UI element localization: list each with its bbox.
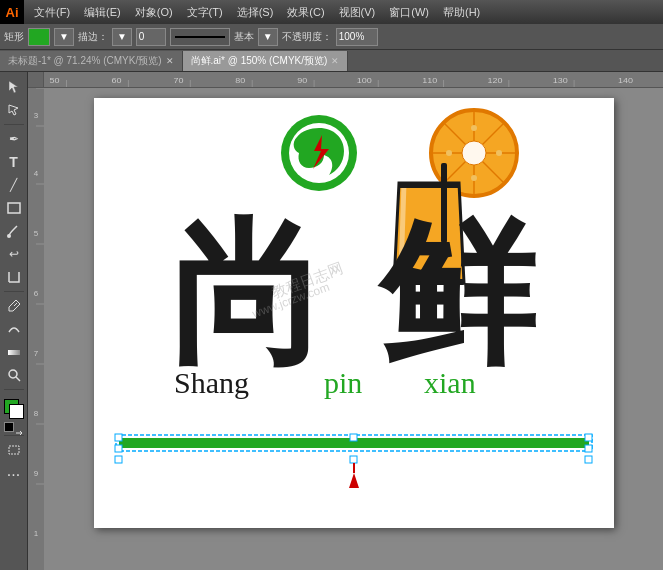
blend-tool[interactable]	[2, 318, 26, 340]
svg-point-53	[462, 141, 486, 165]
direct-selection-tool[interactable]	[2, 99, 26, 121]
svg-rect-5	[8, 350, 20, 355]
tool-separator-3	[4, 389, 24, 390]
stroke-style-dropdown[interactable]: ▼	[258, 28, 278, 46]
artboard-tool[interactable]	[2, 439, 26, 461]
scale-tool[interactable]	[2, 266, 26, 288]
svg-text:8: 8	[34, 409, 39, 418]
left-toolbar: ✒ T ╱ ↩	[0, 72, 28, 570]
svg-text:pin: pin	[324, 366, 362, 399]
stroke-style-selector[interactable]	[170, 28, 230, 46]
stroke-value-input[interactable]	[136, 28, 166, 46]
more-tools[interactable]: ···	[7, 466, 20, 484]
tab-shangxian[interactable]: 尚鲜.ai* @ 150% (CMYK/预览) ✕	[183, 51, 349, 71]
svg-point-6	[9, 370, 17, 378]
svg-line-4	[14, 303, 17, 306]
menu-bar: 文件(F) 编辑(E) 对象(O) 文字(T) 选择(S) 效果(C) 视图(V…	[24, 0, 663, 24]
swap-colors-icon[interactable]	[15, 423, 23, 431]
svg-marker-0	[9, 81, 18, 93]
menu-window[interactable]: 窗口(W)	[383, 0, 435, 24]
menu-select[interactable]: 选择(S)	[231, 0, 280, 24]
svg-text:鲜: 鲜	[377, 208, 537, 381]
menu-effect[interactable]: 效果(C)	[281, 0, 330, 24]
fill-dropdown[interactable]: ▼	[54, 28, 74, 46]
eyedropper-tool[interactable]	[2, 295, 26, 317]
svg-rect-8	[9, 446, 19, 454]
svg-rect-75	[585, 445, 592, 452]
svg-text:100: 100	[357, 75, 372, 84]
control-bar: 矩形 ▼ 描边： ▼ 基本 ▼ 不透明度：	[0, 24, 663, 50]
stroke-label: 描边：	[78, 30, 108, 44]
svg-text:130: 130	[553, 75, 568, 84]
svg-text:7: 7	[34, 349, 39, 358]
zoom-tool[interactable]	[2, 364, 26, 386]
svg-text:4: 4	[34, 169, 39, 178]
svg-text:6: 6	[34, 289, 39, 298]
tab-untitled[interactable]: 未标题-1* @ 71.24% (CMYK/预览) ✕	[0, 51, 183, 71]
menu-view[interactable]: 视图(V)	[333, 0, 382, 24]
svg-text:120: 120	[487, 75, 502, 84]
canvas-area: 3 4 5 6 7 8 9 1	[28, 88, 663, 570]
menu-edit[interactable]: 编辑(E)	[78, 0, 127, 24]
menu-object[interactable]: 对象(O)	[129, 0, 179, 24]
brush-tool[interactable]	[2, 220, 26, 242]
opacity-label: 不透明度：	[282, 30, 332, 44]
svg-text:60: 60	[112, 75, 122, 84]
tool-separator-1	[4, 124, 24, 125]
svg-text:5: 5	[34, 229, 39, 238]
pen-tool[interactable]: ✒	[2, 128, 26, 150]
svg-point-55	[471, 125, 477, 131]
svg-rect-71	[115, 434, 122, 441]
color-swatches	[2, 397, 26, 419]
ruler-vertical: 3 4 5 6 7 8 9 1	[28, 88, 44, 570]
menu-help[interactable]: 帮助(H)	[437, 0, 486, 24]
menu-file[interactable]: 文件(F)	[28, 0, 76, 24]
tab-close-shangxian[interactable]: ✕	[331, 56, 339, 66]
default-colors-icon[interactable]	[4, 422, 14, 432]
svg-rect-60	[399, 183, 459, 188]
line-tool[interactable]: ╱	[2, 174, 26, 196]
svg-text:Shang: Shang	[174, 366, 249, 399]
tab-close-untitled[interactable]: ✕	[166, 56, 174, 66]
svg-point-57	[446, 150, 452, 156]
canvas[interactable]: 尚 鲜 Shang pin xian 教程日志网 www.jcrzw.com	[94, 98, 614, 528]
opacity-input[interactable]	[336, 28, 378, 46]
rotate-tool[interactable]: ↩	[2, 243, 26, 265]
svg-rect-76	[115, 456, 122, 463]
right-side: 50 60 70 80 90 100 110 120 130	[28, 72, 663, 570]
svg-point-56	[496, 150, 502, 156]
selection-tool[interactable]	[2, 76, 26, 98]
svg-point-3	[7, 234, 11, 238]
svg-text:9: 9	[34, 469, 39, 478]
ai-logo-icon: Ai	[0, 0, 24, 24]
svg-marker-79	[349, 473, 359, 488]
menu-type[interactable]: 文字(T)	[181, 0, 229, 24]
rect-tool[interactable]	[2, 197, 26, 219]
svg-rect-29	[28, 88, 44, 570]
ruler-numbers-h: 50 60 70 80 90 100 110 120 130	[44, 72, 663, 88]
ruler-corner	[28, 72, 44, 88]
svg-rect-78	[585, 456, 592, 463]
fill-color-swatch[interactable]	[28, 28, 50, 46]
svg-rect-77	[350, 456, 357, 463]
svg-text:xian: xian	[424, 366, 476, 399]
stroke-color-indicator[interactable]	[9, 404, 24, 419]
tool-separator-4	[4, 435, 24, 436]
titlebar: Ai 文件(F) 编辑(E) 对象(O) 文字(T) 选择(S) 效果(C) 视…	[0, 0, 663, 24]
svg-text:140: 140	[618, 75, 633, 84]
type-tool[interactable]: T	[2, 151, 26, 173]
svg-text:80: 80	[235, 75, 245, 84]
svg-text:1: 1	[34, 529, 39, 538]
svg-rect-2	[8, 203, 20, 213]
svg-rect-74	[115, 445, 122, 452]
ruler-horizontal: 50 60 70 80 90 100 110 120 130	[28, 72, 663, 88]
shape-label: 矩形	[4, 30, 24, 44]
stroke-dropdown[interactable]: ▼	[112, 28, 132, 46]
stroke-style-label: 基本	[234, 30, 254, 44]
svg-line-7	[16, 377, 20, 381]
tabs-bar: 未标题-1* @ 71.24% (CMYK/预览) ✕ 尚鲜.ai* @ 150…	[0, 50, 663, 72]
gradient-tool[interactable]	[2, 341, 26, 363]
tool-separator-2	[4, 291, 24, 292]
svg-text:3: 3	[34, 111, 39, 120]
svg-text:70: 70	[173, 75, 183, 84]
